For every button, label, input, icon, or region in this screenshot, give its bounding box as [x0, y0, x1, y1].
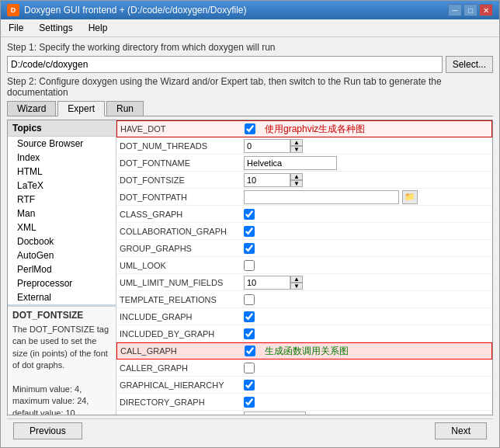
input-dot-fontname[interactable]	[244, 156, 337, 170]
sidebar-item-source-browser[interactable]: Source Browser	[8, 137, 116, 151]
checkbox-uml-look[interactable]	[244, 260, 255, 271]
label-dot-num-threads: DOT_NUM_THREADS	[120, 141, 244, 151]
checkbox-included-by-graph[interactable]	[244, 328, 255, 339]
sidebar-item-perlmod[interactable]: PerlMod	[8, 262, 116, 276]
spin-down-uml[interactable]: ▼	[290, 283, 303, 290]
sidebar-item-preprocessor[interactable]: Preprocessor	[8, 276, 116, 290]
ctrl-directory-graph	[244, 397, 489, 408]
sidebar-item-docbook[interactable]: Docbook	[8, 234, 116, 248]
tab-wizard[interactable]: Wizard	[7, 101, 56, 116]
ctrl-caller-graph	[244, 363, 489, 373]
annotation-have-dot: 使用graphviz生成各种图	[265, 123, 365, 136]
label-dot-fontpath: DOT_FONTPATH	[120, 193, 244, 202]
maximize-button[interactable]: □	[464, 4, 477, 16]
checkbox-caller-graph[interactable]	[244, 363, 255, 373]
sidebar-item-index[interactable]: Index	[8, 151, 116, 165]
spinbox-input-uml-limit[interactable]	[244, 276, 290, 290]
ctrl-dot-fontname	[244, 156, 489, 170]
ctrl-graphical-hierarchy	[244, 380, 489, 391]
sidebar-description: DOT_FONTSIZE The DOT_FONTSIZE tag can be…	[8, 306, 116, 415]
bottom-panel: Previous Next	[7, 418, 493, 443]
spin-up-threads[interactable]: ▲	[290, 139, 303, 146]
spin-up-uml[interactable]: ▲	[290, 276, 303, 283]
tab-expert[interactable]: Expert	[57, 101, 105, 116]
menu-help[interactable]: Help	[84, 21, 113, 35]
spin-btns-threads: ▲ ▼	[290, 139, 303, 153]
folder-btn-fontpath[interactable]: 📁	[402, 190, 418, 204]
spin-up-fontsize[interactable]: ▲	[290, 173, 303, 180]
select-button[interactable]: Select...	[446, 56, 493, 73]
label-call-graph: CALL_GRAPH	[120, 346, 245, 356]
sidebar-list: Source Browser Index HTML LaTeX RTF Man …	[8, 137, 116, 306]
ctrl-include-graph	[244, 311, 489, 322]
row-template-relations: TEMPLATE_RELATIONS	[116, 291, 492, 308]
checkbox-have-dot[interactable]	[245, 123, 255, 134]
ctrl-uml-look	[244, 260, 489, 271]
label-dot-fontsize: DOT_FONTSIZE	[120, 175, 244, 185]
checkbox-group-graphs[interactable]	[244, 243, 255, 254]
select-dot-image-format[interactable]: png svg gif	[244, 412, 306, 415]
row-call-graph: CALL_GRAPH 生成函数调用关系图	[116, 342, 492, 359]
row-dot-fontsize: DOT_FONTSIZE ▲ ▼	[116, 172, 492, 189]
tabs: Wizard Expert Run	[7, 101, 493, 116]
label-have-dot: HAVE_DOT	[120, 124, 245, 134]
row-class-graph: CLASS_GRAPH	[116, 206, 492, 223]
label-dot-fontname: DOT_FONTNAME	[120, 158, 244, 168]
ctrl-uml-limit: ▲ ▼	[244, 276, 489, 290]
spinbox-dot-fontsize: ▲ ▼	[244, 173, 303, 187]
menu-settings[interactable]: Settings	[34, 21, 77, 35]
spin-down-threads[interactable]: ▼	[290, 146, 303, 153]
ctrl-class-graph	[244, 209, 489, 220]
row-graphical-hierarchy: GRAPHICAL_HIERARCHY	[116, 377, 492, 394]
label-uml-look: UML_LOOK	[120, 261, 244, 270]
desc-title: DOT_FONTSIZE	[12, 310, 111, 321]
title-controls: ─ □ ✕	[448, 4, 493, 16]
row-dot-num-threads: DOT_NUM_THREADS ▲ ▼	[116, 137, 492, 155]
checkbox-template-relations[interactable]	[244, 294, 255, 305]
checkbox-include-graph[interactable]	[244, 311, 255, 322]
step2-label: Step 2: Configure doxygen using the Wiza…	[7, 76, 493, 98]
label-class-graph: CLASS_GRAPH	[120, 210, 244, 219]
sidebar-item-autogen[interactable]: AutoGen	[8, 248, 116, 262]
sidebar-header: Topics	[8, 120, 116, 137]
ctrl-dot-fontsize: ▲ ▼	[244, 173, 489, 187]
row-include-graph: INCLUDE_GRAPH	[116, 308, 492, 325]
spin-down-fontsize[interactable]: ▼	[290, 180, 303, 187]
row-dot-fontname: DOT_FONTNAME	[116, 155, 492, 172]
working-dir-input[interactable]	[7, 56, 443, 73]
next-button[interactable]: Next	[435, 422, 487, 439]
sidebar-item-rtf[interactable]: RTF	[8, 193, 116, 207]
tab-run[interactable]: Run	[106, 101, 144, 116]
checkbox-call-graph[interactable]	[245, 346, 255, 356]
row-dot-fontpath: DOT_FONTPATH 📁	[116, 189, 492, 206]
checkbox-class-graph[interactable]	[244, 209, 255, 220]
menu-file[interactable]: File	[4, 21, 28, 35]
app-icon: D	[7, 4, 19, 16]
close-button[interactable]: ✕	[479, 4, 493, 16]
sidebar-item-xml[interactable]: XML	[8, 221, 116, 234]
label-directory-graph: DIRECTORY_GRAPH	[120, 398, 244, 407]
title-bar-left: D Doxygen GUI frontend + (D:/code/c/doxy…	[7, 4, 246, 16]
spinbox-input-dot-num-threads[interactable]	[244, 139, 290, 153]
row-collaboration-graph: COLLABORATION_GRAPH	[116, 223, 492, 240]
ctrl-have-dot: 使用graphviz生成各种图	[245, 123, 488, 136]
row-uml-limit: UML_LIMIT_NUM_FIELDS ▲ ▼	[116, 274, 492, 291]
checkbox-directory-graph[interactable]	[244, 397, 255, 408]
previous-button[interactable]: Previous	[13, 422, 82, 439]
spinbox-dot-num-threads: ▲ ▼	[244, 139, 303, 153]
sidebar-item-man[interactable]: Man	[8, 207, 116, 221]
menu-bar: File Settings Help	[1, 19, 499, 37]
checkbox-graphical-hierarchy[interactable]	[244, 380, 255, 391]
minimize-button[interactable]: ─	[448, 4, 462, 16]
spinbox-input-dot-fontsize[interactable]	[244, 173, 290, 187]
sidebar: Topics Source Browser Index HTML LaTeX R…	[8, 120, 116, 415]
title-bar: D Doxygen GUI frontend + (D:/code/c/doxy…	[1, 1, 499, 19]
sidebar-item-html[interactable]: HTML	[8, 165, 116, 179]
label-graphical-hierarchy: GRAPHICAL_HIERARCHY	[120, 380, 244, 390]
row-have-dot: HAVE_DOT 使用graphviz生成各种图	[116, 120, 492, 137]
input-dot-fontpath[interactable]	[244, 190, 399, 204]
label-include-graph: INCLUDE_GRAPH	[120, 312, 244, 321]
sidebar-item-external[interactable]: External	[8, 290, 116, 304]
checkbox-collaboration-graph[interactable]	[244, 226, 255, 237]
sidebar-item-latex[interactable]: LaTeX	[8, 179, 116, 193]
